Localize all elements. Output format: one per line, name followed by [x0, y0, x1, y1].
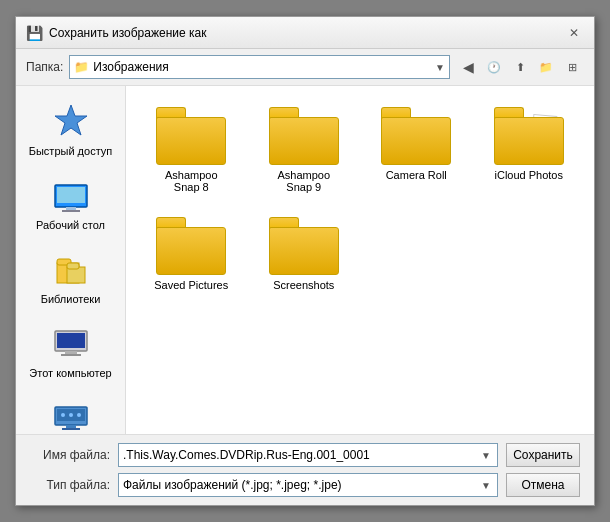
view-button[interactable]: ⊞	[560, 55, 584, 79]
svg-point-17	[61, 413, 65, 417]
title-bar-left: 💾 Сохранить изображение как	[26, 25, 206, 41]
folder-name: Screenshots	[273, 279, 334, 291]
content-area: Ashampoo Snap 8 Ashampoo Snap 9	[126, 86, 594, 434]
star-icon	[53, 103, 89, 139]
desktop-icon	[53, 177, 89, 213]
filename-value: .This.Way.Comes.DVDRip.Rus-Eng.001_0001	[123, 448, 479, 462]
folder-label: Папка:	[26, 60, 63, 74]
folder-icon	[156, 217, 226, 275]
folder-name: Ashampoo Snap 8	[151, 169, 231, 193]
sidebar-label-quick-access: Быстрый доступ	[29, 145, 113, 157]
up-button[interactable]: ⬆	[508, 55, 532, 79]
folder-name: Saved Pictures	[154, 279, 228, 291]
svg-rect-10	[57, 333, 85, 348]
folder-icon	[156, 107, 226, 165]
filetype-label: Тип файла:	[30, 478, 110, 492]
recent-button[interactable]: 🕐	[482, 55, 506, 79]
sidebar-item-this-pc[interactable]: Этот компьютер	[16, 316, 125, 386]
save-dialog: 💾 Сохранить изображение как ✕ Папка: 📁 И…	[15, 16, 595, 506]
list-item[interactable]: Camera Roll	[365, 100, 468, 200]
main-area: Быстрый доступ Рабочий стол	[16, 86, 594, 434]
chevron-down-icon: ▼	[479, 480, 493, 491]
folder-grid: Ashampoo Snap 8 Ashampoo Snap 9	[136, 96, 584, 302]
folder-icon	[269, 107, 339, 165]
chevron-down-icon: ▼	[435, 62, 445, 73]
folder-name: Camera Roll	[386, 169, 447, 181]
sidebar: Быстрый доступ Рабочий стол	[16, 86, 126, 434]
title-bar: 💾 Сохранить изображение как ✕	[16, 17, 594, 49]
list-item[interactable]: Screenshots	[253, 210, 356, 298]
filename-label: Имя файла:	[30, 448, 110, 462]
network-icon	[53, 399, 89, 434]
svg-point-18	[69, 413, 73, 417]
bottom-area: Имя файла: .This.Way.Comes.DVDRip.Rus-En…	[16, 434, 594, 505]
folder-select-value: Изображения	[93, 60, 168, 74]
svg-rect-3	[62, 210, 80, 212]
folder-select[interactable]: 📁 Изображения ▼	[69, 55, 450, 79]
library-icon	[53, 251, 89, 287]
svg-rect-16	[62, 428, 80, 430]
sidebar-item-quick-access[interactable]: Быстрый доступ	[16, 94, 125, 164]
svg-rect-8	[67, 263, 79, 269]
svg-rect-12	[61, 354, 81, 356]
folder-name: iCloud Photos	[495, 169, 564, 181]
folder-icon	[381, 107, 451, 165]
save-button[interactable]: Сохранить	[506, 443, 580, 467]
new-folder-button[interactable]: 📁	[534, 55, 558, 79]
filename-row: Имя файла: .This.Way.Comes.DVDRip.Rus-En…	[30, 443, 580, 467]
toolbar: Папка: 📁 Изображения ▼ ◀ 🕐 ⬆ 📁 ⊞	[16, 49, 594, 86]
svg-rect-4	[57, 187, 85, 203]
toolbar-buttons: ◀ 🕐 ⬆ 📁 ⊞	[456, 55, 584, 79]
close-button[interactable]: ✕	[564, 23, 584, 43]
sidebar-label-desktop: Рабочий стол	[36, 219, 105, 231]
cancel-button[interactable]: Отмена	[506, 473, 580, 497]
filename-input[interactable]: .This.Way.Comes.DVDRip.Rus-Eng.001_0001 …	[118, 443, 498, 467]
folder-icon	[269, 217, 339, 275]
folder-name: Ashampoo Snap 9	[264, 169, 344, 193]
list-item[interactable]: Ashampoo Snap 9	[253, 100, 356, 200]
svg-marker-0	[55, 105, 87, 135]
filetype-row: Тип файла: Файлы изображений (*.jpg; *.j…	[30, 473, 580, 497]
sidebar-label-libraries: Библиотеки	[41, 293, 101, 305]
chevron-down-icon: ▼	[479, 450, 493, 461]
sidebar-label-this-pc: Этот компьютер	[29, 367, 111, 379]
list-item[interactable]: Saved Pictures	[140, 210, 243, 298]
list-item[interactable]: iCloud Photos	[478, 100, 581, 200]
sidebar-item-libraries[interactable]: Библиотеки	[16, 242, 125, 312]
computer-icon	[53, 325, 89, 361]
filetype-select[interactable]: Файлы изображений (*.jpg; *.jpeg; *.jpe)…	[118, 473, 498, 497]
sidebar-item-desktop[interactable]: Рабочий стол	[16, 168, 125, 238]
svg-point-19	[77, 413, 81, 417]
back-button[interactable]: ◀	[456, 55, 480, 79]
folder-icon	[494, 107, 564, 165]
folder-select-icon: 📁	[74, 60, 89, 74]
dialog-icon: 💾	[26, 25, 43, 41]
dialog-title: Сохранить изображение как	[49, 26, 206, 40]
sidebar-item-network[interactable]: Сеть	[16, 390, 125, 434]
list-item[interactable]: Ashampoo Snap 8	[140, 100, 243, 200]
filetype-value: Файлы изображений (*.jpg; *.jpeg; *.jpe)	[123, 478, 479, 492]
